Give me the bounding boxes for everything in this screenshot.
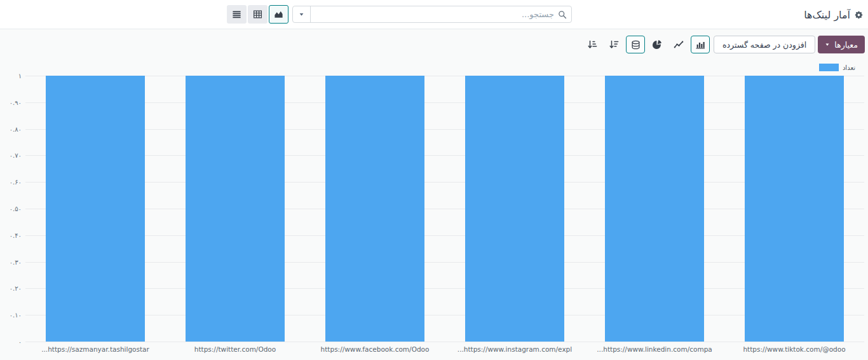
stacked-icon bbox=[631, 40, 641, 50]
y-axis: ۱۰.۹۰۰.۸۰۰.۷۰۰.۶۰۰.۵۰۰.۴۰۰.۳۰۰.۲۰۰.۱۰۰ bbox=[0, 76, 22, 342]
bar[interactable] bbox=[605, 76, 704, 342]
chart-legend[interactable]: تعداد bbox=[819, 64, 855, 71]
search-icon bbox=[558, 10, 567, 19]
legend-color-swatch bbox=[819, 64, 839, 71]
measures-button[interactable]: معیارها bbox=[818, 36, 865, 53]
bar-chart-icon bbox=[695, 39, 705, 50]
y-axis-tick-label: ۰.۳۰ bbox=[10, 258, 22, 265]
line-chart-icon bbox=[674, 39, 684, 50]
pivot-view-icon bbox=[253, 10, 262, 19]
legend-label: تعداد bbox=[843, 64, 855, 71]
link-statistics-page: آمار لینک‌ها bbox=[0, 0, 868, 360]
chart-toolbar: افزودن در صفحه گسترده معیارها bbox=[583, 36, 865, 53]
x-axis-tick-label: ...https://sazmanyar.tashilgostar bbox=[25, 345, 165, 353]
y-axis-tick-label: ۱ bbox=[18, 73, 22, 80]
toolbar-pie-chart-button[interactable] bbox=[648, 36, 667, 53]
list-view-icon bbox=[232, 10, 241, 19]
y-axis-tick-label: ۰.۱۰ bbox=[10, 312, 22, 319]
insert-in-spreadsheet-label: افزودن در صفحه گسترده bbox=[722, 40, 806, 50]
top-bar: آمار لینک‌ها bbox=[0, 0, 868, 29]
search-bar bbox=[292, 6, 572, 23]
bar[interactable] bbox=[745, 76, 844, 342]
y-axis-tick-label: ۰.۸۰ bbox=[10, 125, 22, 132]
view-switcher-pivot[interactable] bbox=[248, 5, 268, 24]
bar[interactable] bbox=[325, 76, 424, 342]
bar-series bbox=[25, 76, 864, 342]
bar-slot bbox=[445, 76, 585, 342]
x-axis-tick-label: https://twitter.com/Odoo bbox=[165, 345, 305, 353]
insert-in-spreadsheet-button[interactable]: افزودن در صفحه گسترده bbox=[714, 36, 815, 53]
bar[interactable] bbox=[186, 76, 285, 342]
bar-slot bbox=[305, 76, 445, 342]
x-axis-tick-label: https://www.facebook.com/Odoo bbox=[305, 345, 445, 353]
gear-icon[interactable] bbox=[855, 11, 863, 19]
bar-slot bbox=[724, 76, 864, 342]
x-axis-tick-label: https://www.tiktok.com/@odoo bbox=[724, 345, 864, 353]
measures-label: معیارها bbox=[834, 40, 858, 50]
bar-slot bbox=[165, 76, 305, 342]
toolbar-sort-descending-button[interactable] bbox=[604, 36, 623, 53]
toolbar-line-chart-button[interactable] bbox=[669, 36, 688, 53]
search-input[interactable] bbox=[311, 6, 571, 22]
view-switcher-list[interactable] bbox=[227, 5, 247, 24]
search-input-wrap bbox=[311, 6, 571, 22]
graph-view-icon bbox=[274, 10, 283, 19]
y-axis-tick-label: ۰.۴۰ bbox=[10, 232, 22, 239]
caret-down-icon bbox=[825, 42, 830, 47]
toolbar-bar-chart-button[interactable] bbox=[691, 36, 710, 53]
x-axis-tick-label: ...https://www.linkedin.com/compa bbox=[585, 345, 724, 353]
toolbar-sort-ascending-button[interactable] bbox=[583, 36, 602, 53]
sort-ascending-icon bbox=[587, 39, 597, 50]
y-axis-tick-label: ۰.۹۰ bbox=[10, 99, 22, 106]
y-axis-tick-label: ۰ bbox=[18, 338, 22, 345]
gridline bbox=[25, 342, 864, 342]
chart-plot-area bbox=[25, 76, 864, 342]
x-axis-tick-label: ...https://www.instagram.com/expl bbox=[445, 345, 585, 353]
caret-down-icon bbox=[299, 11, 304, 17]
bar[interactable] bbox=[46, 76, 145, 342]
y-axis-tick-label: ۰.۲۰ bbox=[10, 285, 22, 292]
y-axis-tick-label: ۰.۶۰ bbox=[10, 179, 22, 186]
bar-slot bbox=[25, 76, 165, 342]
y-axis-tick-label: ۰.۷۰ bbox=[10, 152, 22, 159]
sort-descending-icon bbox=[609, 39, 619, 50]
view-switcher-graph[interactable] bbox=[269, 5, 288, 24]
pie-chart-icon bbox=[652, 39, 662, 50]
x-axis: ...https://sazmanyar.tashilgostarhttps:/… bbox=[25, 345, 864, 353]
breadcrumb: آمار لینک‌ها bbox=[804, 0, 863, 29]
bar-slot bbox=[585, 76, 724, 342]
view-switcher bbox=[227, 5, 288, 24]
toolbar-stacked-button[interactable] bbox=[626, 36, 645, 53]
bar[interactable] bbox=[465, 76, 564, 342]
y-axis-tick-label: ۰.۵۰ bbox=[10, 205, 22, 212]
page-title: آمار لینک‌ها bbox=[804, 9, 850, 21]
search-options-toggle[interactable] bbox=[293, 6, 311, 22]
